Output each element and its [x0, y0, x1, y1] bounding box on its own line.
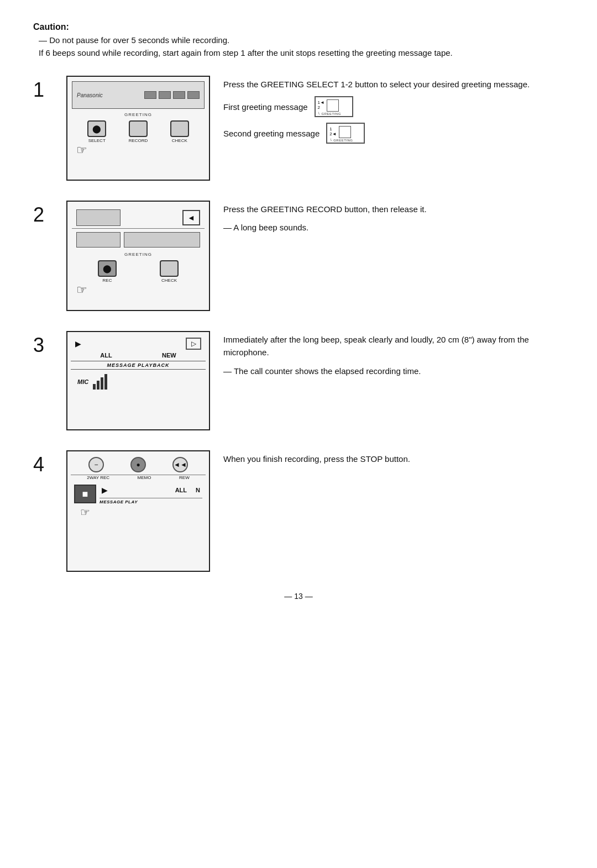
- step-3-number: 3: [33, 335, 53, 355]
- gd-digit-1: [327, 99, 339, 112]
- diag1-slots: [144, 91, 200, 99]
- second-greeting-label: Second greeting message: [223, 127, 320, 140]
- caution-line1-text: — Do not pause for over 5 seconds while …: [39, 34, 564, 47]
- step-2-diagram: ◄ GREETING ⬤ REC CHECK ☞: [66, 201, 210, 311]
- diag2-left: [76, 232, 121, 248]
- diag3-all-label: ALL: [100, 352, 112, 359]
- caution-line2-text: If 6 beeps sound while recording, start …: [39, 47, 564, 60]
- diag2-display: [76, 209, 121, 226]
- diag2-check-label: CHECK: [161, 278, 177, 283]
- record-button: [129, 120, 148, 137]
- diag4-rec-label: 2WAY REC: [87, 475, 109, 480]
- step-3-text: Immediately after the long beep, speak c…: [223, 331, 564, 383]
- diag4-stop-col: ■ ☞: [74, 485, 96, 519]
- select-button: ⬤: [87, 120, 106, 137]
- finger-press-icon: ☞: [76, 143, 87, 157]
- step-2-row: 2 ◄ GREETING ⬤ REC CHECK: [33, 201, 564, 311]
- diag2-right: [124, 232, 200, 248]
- first-greeting-label: First greeting message: [223, 101, 308, 113]
- diag4-rew-label: REW: [179, 475, 190, 480]
- record-btn-col: RECORD: [129, 120, 148, 143]
- slot-4: [187, 91, 200, 99]
- diag2-rec-button: ⬤: [98, 260, 117, 277]
- step-1-instruction: Press the GREETING SELECT 1-2 button to …: [223, 78, 564, 91]
- diag3-top: ▶ ▷: [71, 335, 206, 352]
- diag4-all-label: ALL: [175, 487, 187, 493]
- caution-line1: — Do not pause for over 5 seconds while …: [39, 34, 564, 59]
- gd-num-1: 1◄ 2: [318, 100, 324, 111]
- diag4-minus-btn: −: [88, 457, 104, 472]
- check-button: [170, 120, 189, 137]
- diag4-play-labels: ALL N: [175, 487, 200, 493]
- mic-bar-3: [101, 377, 103, 390]
- first-greeting-display: 1◄ 2 └ GREETING: [315, 96, 353, 117]
- step-4-text: When you finish recording, press the STO…: [223, 450, 564, 471]
- slot-2: [159, 91, 171, 99]
- diag2-check-button: [160, 260, 179, 277]
- step-4-number: 4: [33, 455, 53, 475]
- caution-section: Caution: — Do not pause for over 5 secon…: [33, 22, 564, 59]
- gd-label-1: └ GREETING: [316, 112, 352, 118]
- step-2-note: — A long beep sounds.: [223, 221, 564, 234]
- caution-title: Caution:: [33, 22, 564, 32]
- diag3-msg-playback: MESSAGE PLAYBACK: [71, 361, 206, 370]
- diag4-stop-btn: ■: [74, 485, 96, 503]
- gd-label-2: └ GREETING: [327, 138, 364, 144]
- diag2-check-col: CHECK: [160, 260, 179, 283]
- diag4-memo-label: MEMO: [138, 475, 151, 480]
- check-label: CHECK: [172, 138, 187, 143]
- diag4-rec-btn: ●: [130, 457, 146, 472]
- step-4-instruction: When you finish recording, press the STO…: [223, 453, 564, 465]
- greeting-displays: First greeting message 1◄ 2 └ GREETING S…: [223, 96, 564, 144]
- diag2-mid: [72, 229, 205, 251]
- step-3-instruction: Immediately after the long beep, speak c…: [223, 333, 564, 359]
- diag3-new-label: NEW: [162, 352, 176, 359]
- step-4-diagram: − ● ◄◄ 2WAY REC MEMO REW ■ ☞ ▶ ALL N: [66, 450, 210, 572]
- diag3-labels: ALL NEW: [71, 352, 206, 359]
- second-greeting-row: Second greeting message 1 2◄ └ GREETING: [223, 123, 564, 144]
- diag4-ctrl-labels: 2WAY REC MEMO REW: [71, 475, 206, 482]
- diag3-play-fill: ▶: [75, 339, 81, 348]
- diag2-rec-col: ⬤ REC: [98, 260, 117, 283]
- step-4-row: 4 − ● ◄◄ 2WAY REC MEMO REW ■ ☞ ▶ ALL: [33, 450, 564, 572]
- slot-3: [173, 91, 185, 99]
- step-2-text: Press the GREETING RECORD button, then r…: [223, 201, 564, 240]
- diag3-play-outline: ▷: [186, 338, 201, 350]
- diag4-top-buttons: − ● ◄◄: [71, 455, 206, 475]
- select-label: SELECT: [88, 138, 106, 143]
- mic-bar-2: [97, 381, 100, 390]
- diag4-play-row: ▶ ALL N: [100, 485, 202, 496]
- step-3-row: 3 ▶ ▷ ALL NEW MESSAGE PLAYBACK MIC Immed…: [33, 331, 564, 430]
- diag4-msg-label: MESSAGE PLAY: [100, 498, 202, 504]
- diag4-right: ▶ ALL N MESSAGE PLAY: [100, 485, 202, 519]
- step-3-diagram: ▶ ▷ ALL NEW MESSAGE PLAYBACK MIC: [66, 331, 210, 430]
- step-2-instruction: Press the GREETING RECORD button, then r…: [223, 203, 564, 215]
- diag1-top-bar: Panasonic: [72, 81, 205, 109]
- diag4-play-icon: ▶: [102, 486, 108, 495]
- step-2-number: 2: [33, 205, 53, 225]
- diag4-rew-btn: ◄◄: [172, 457, 188, 472]
- diag3-mic-label: MIC: [77, 378, 88, 385]
- diag2-controls: ⬤ REC CHECK: [72, 258, 205, 285]
- page-number: — 13 —: [33, 592, 564, 601]
- step-1-text: Press the GREETING SELECT 1-2 button to …: [223, 76, 564, 144]
- diag1-greeting-label: GREETING: [72, 112, 205, 117]
- select-btn-col: ⬤ SELECT: [87, 120, 106, 143]
- step-1-diagram: Panasonic GREETING ⬤ SELECT RECORD: [66, 76, 210, 181]
- gd-num-2: 1 2◄: [329, 127, 336, 137]
- diag2-rec-label: REC: [103, 278, 112, 283]
- diag1-controls: ⬤ SELECT RECORD CHECK: [72, 118, 205, 145]
- panasonic-logo: Panasonic: [77, 92, 103, 98]
- second-greeting-display: 1 2◄ └ GREETING: [326, 123, 365, 144]
- gd-digit-2: [339, 126, 351, 138]
- diag2-greeting-label: GREETING: [72, 252, 205, 257]
- first-greeting-row: First greeting message 1◄ 2 └ GREETING: [223, 96, 564, 117]
- mic-bar-1: [93, 384, 96, 390]
- step-3-note: — The call counter shows the elapsed rec…: [223, 365, 564, 377]
- check-btn-col: CHECK: [170, 120, 189, 143]
- diag3-mic-bars: [93, 374, 107, 390]
- mic-bar-4: [104, 374, 107, 390]
- diag4-mid: ■ ☞ ▶ ALL N MESSAGE PLAY: [71, 482, 206, 521]
- gd-top-2: 1 2◄: [327, 124, 364, 138]
- diag2-rewind: ◄: [182, 210, 200, 225]
